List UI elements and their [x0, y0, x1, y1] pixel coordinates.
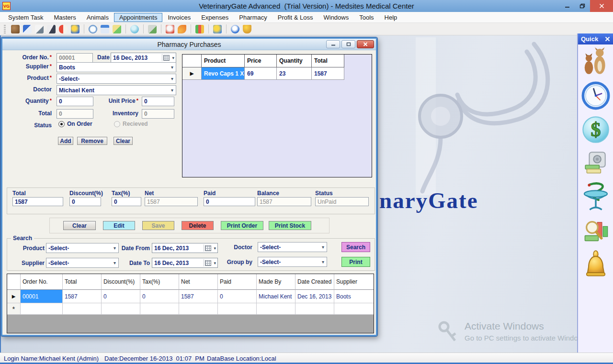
menu-item-invoices[interactable]: Invoices — [162, 13, 196, 22]
dialog-title-bar[interactable]: Pharmacy Purchases — [2, 39, 376, 50]
cell-price[interactable]: 69 — [245, 67, 277, 80]
supplier-dropdown[interactable]: Boots▾ — [57, 62, 176, 72]
search-product-dropdown[interactable]: -Select-▾ — [46, 243, 119, 253]
toolbar-reports-icon[interactable] — [213, 25, 222, 33]
orders-grid-row[interactable]: ▶ 00001 1587 0 0 1587 0 Michael Kent Dec… — [7, 290, 374, 303]
print-button[interactable]: Print — [341, 257, 370, 267]
save-button[interactable]: Save — [142, 221, 174, 230]
quick-close-icon[interactable] — [605, 36, 610, 42]
empty-cell[interactable] — [63, 303, 102, 315]
column-header-quantity[interactable]: Quantity — [277, 55, 312, 67]
toolbar-invoices-icon[interactable] — [130, 25, 139, 33]
totals-tax-field[interactable] — [112, 197, 141, 206]
cell-paid[interactable]: 0 — [218, 290, 257, 303]
cell-order-no[interactable]: 00001 — [21, 290, 63, 303]
cell-total[interactable]: 1587 — [63, 290, 102, 303]
new-row-icon[interactable]: * — [7, 303, 21, 315]
toolbar-reminders-icon[interactable] — [243, 25, 251, 33]
quick-cash-drawer-icon[interactable] — [582, 149, 609, 176]
toolbar-returns-icon[interactable] — [178, 25, 186, 33]
menu-item-masters[interactable]: Masters — [48, 13, 81, 22]
quick-reminders-icon[interactable] — [582, 250, 610, 279]
column-header-order-no[interactable]: Order No. — [21, 274, 63, 290]
dialog-maximize-button[interactable] — [341, 40, 355, 48]
toolbar-schedule-icon[interactable] — [101, 25, 109, 33]
toolbar-payments-icon[interactable] — [113, 25, 121, 33]
column-header-made-by[interactable]: Made By — [257, 274, 295, 290]
restore-button[interactable] — [575, 0, 590, 12]
quick-pets-icon[interactable] — [582, 47, 609, 76]
main-title-bar[interactable]: VG VeterinaryGate Advanced (Trial Versio… — [0, 0, 613, 12]
toolbar-animals-icon[interactable] — [11, 25, 20, 33]
search-button[interactable]: Search — [341, 242, 370, 252]
column-header-paid[interactable]: Paid — [218, 274, 257, 290]
search-doctor-dropdown[interactable]: -Select-▾ — [258, 242, 327, 252]
empty-cell[interactable] — [140, 303, 179, 315]
received-radio[interactable]: Recieved — [114, 121, 148, 127]
menu-item-system-task[interactable]: System Task — [3, 13, 48, 22]
total-field[interactable] — [57, 109, 93, 119]
empty-cell[interactable] — [21, 303, 63, 315]
toolbar-lab-icon[interactable] — [47, 25, 56, 33]
doctor-dropdown[interactable]: Michael Kent▾ — [57, 85, 176, 95]
cell-discount[interactable]: 0 — [102, 290, 140, 303]
current-row-icon[interactable]: ▶ — [7, 290, 21, 303]
unit-price-field[interactable] — [142, 97, 174, 106]
totals-balance-field[interactable] — [257, 197, 311, 206]
empty-cell[interactable] — [179, 303, 218, 315]
clear-button[interactable]: Clear — [63, 221, 96, 230]
on-order-radio[interactable]: On Order — [58, 121, 92, 127]
dialog-minimize-button[interactable] — [326, 40, 340, 48]
cell-supplier[interactable]: Boots — [334, 290, 374, 303]
empty-cell[interactable] — [334, 303, 374, 315]
date-picker[interactable]: 16 Dec, 2013 ▾ — [111, 53, 176, 63]
search-supplier-dropdown[interactable]: -Select-▾ — [46, 258, 119, 268]
column-header-net[interactable]: Net — [179, 274, 218, 290]
menu-item-windows[interactable]: Windows — [318, 13, 354, 22]
column-header-discount[interactable]: Discount(%) — [102, 274, 140, 290]
current-row-icon[interactable]: ▶ — [182, 67, 202, 80]
menu-item-appointments[interactable]: Appointments — [114, 13, 163, 22]
date-from-picker[interactable]: 16 Dec, 2013 ▾ — [152, 243, 218, 253]
items-grid-row[interactable]: ▶ Revo Caps 1 X 69 23 1587 — [182, 67, 372, 80]
toolbar-help-icon[interactable] — [231, 25, 239, 33]
totals-discount-field[interactable] — [69, 197, 101, 206]
date-to-picker[interactable]: 16 Dec, 2013 ▾ — [152, 258, 218, 268]
menu-item-profit-loss[interactable]: Profit & Loss — [272, 13, 318, 22]
column-header-product[interactable]: Product — [202, 55, 245, 67]
toolbar-grooming-icon[interactable] — [71, 25, 79, 33]
toolbar-clients-icon[interactable] — [23, 25, 32, 33]
totals-status-field[interactable] — [315, 197, 369, 206]
toolbar-inventory-icon[interactable] — [148, 25, 157, 33]
toolbar-expenses-icon[interactable] — [195, 25, 204, 33]
print-order-button[interactable]: Print Order — [221, 221, 263, 230]
menu-item-help[interactable]: Help — [379, 13, 403, 22]
column-header-tax[interactable]: Tax(%) — [140, 274, 179, 290]
menu-item-tools[interactable]: Tools — [354, 13, 379, 22]
cell-product[interactable]: Revo Caps 1 X — [202, 67, 245, 80]
cell-date-created[interactable]: Dec 16, 2013 — [295, 290, 334, 303]
menu-item-expenses[interactable]: Expenses — [196, 13, 234, 22]
group-by-dropdown[interactable]: -Select-▾ — [258, 257, 327, 267]
add-button[interactable]: Add — [58, 137, 73, 145]
menu-item-pharmacy[interactable]: Pharmacy — [234, 13, 272, 22]
product-dropdown[interactable]: -Select-▾ — [57, 74, 176, 84]
toolbar-medicine-icon[interactable] — [59, 25, 68, 33]
close-button[interactable] — [590, 0, 613, 12]
menu-item-animals[interactable]: Animals — [81, 13, 114, 22]
minimize-button[interactable] — [559, 0, 575, 12]
toolbar-prescription-icon[interactable] — [35, 25, 44, 33]
empty-cell[interactable] — [295, 303, 334, 315]
delete-button[interactable]: Delete — [182, 221, 214, 230]
quick-panel-header[interactable]: Quick — [578, 33, 613, 44]
dialog-close-button[interactable] — [357, 40, 374, 48]
totals-net-field[interactable] — [145, 197, 198, 206]
column-header-supplier[interactable]: Supplier — [334, 274, 374, 290]
cell-net[interactable]: 1587 — [179, 290, 218, 303]
quick-appointments-icon[interactable] — [581, 81, 610, 110]
toolbar-appointments-icon[interactable] — [89, 25, 97, 33]
quick-pharmacy-icon[interactable] — [581, 181, 611, 212]
totals-paid-field[interactable] — [204, 197, 255, 206]
empty-cell[interactable] — [257, 303, 295, 315]
cell-total[interactable]: 1587 — [312, 67, 344, 80]
